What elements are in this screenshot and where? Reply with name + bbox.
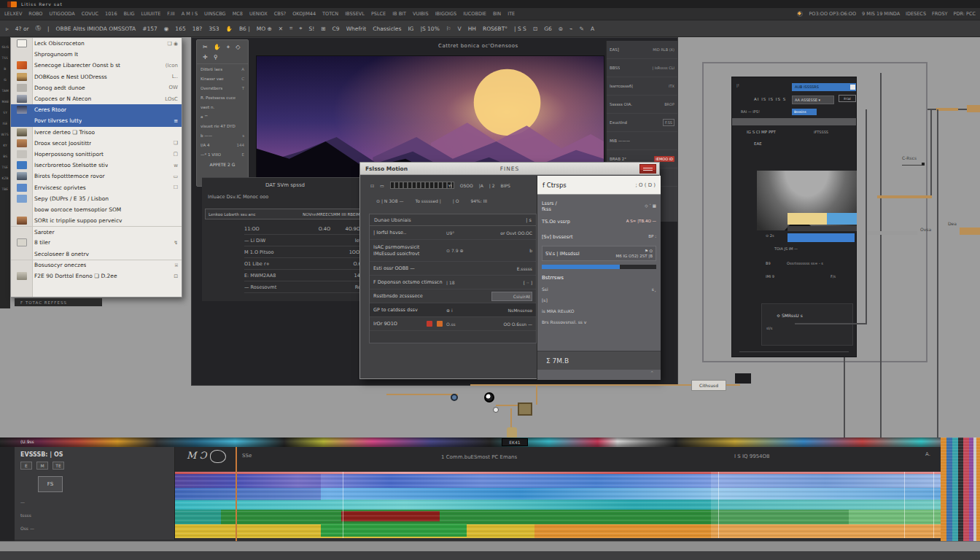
toolbar-button[interactable]: C9 (332, 26, 340, 32)
node-label[interactable]: Dea (948, 221, 957, 226)
toolbar-button[interactable]: | S S (514, 26, 526, 32)
dialog-field-row[interactable]: GP to catdsss dssv ⊕ i NsMnssnso (370, 303, 536, 317)
timeline-button[interactable]: M (36, 462, 48, 470)
toolbar-button[interactable]: V (458, 26, 462, 32)
menu-row[interactable]: Iverce derteo ❏ Trisoo (11, 127, 182, 138)
menu-row[interactable]: Ceres Rtoor (11, 104, 182, 115)
toolbar-button[interactable]: ⌁ (569, 26, 573, 32)
table-row[interactable]: 11:OO O.4O 4O.9OO (244, 223, 364, 235)
dialog-option[interactable]: | O (453, 198, 459, 203)
tool-row[interactable]: —* 1 VIIIO E (197, 149, 248, 159)
dock-item[interactable]: KY (3, 143, 7, 147)
tool-row[interactable]: vaet n. (197, 102, 248, 112)
menu-item[interactable]: UTIGOODA (49, 11, 74, 17)
property-row[interactable]: EAS] MID RLB (X) (607, 41, 677, 59)
side-row[interactable]: Lssrs / fkss ◇ ¯ ▦ (542, 198, 656, 214)
menu-row[interactable]: Bosusocyr oneczes ⌸ (11, 260, 182, 271)
timeline-playhead[interactable] (236, 447, 237, 541)
menu-item[interactable]: ITE (508, 11, 515, 17)
tool-row[interactable]: Ditteti laes A (197, 64, 248, 74)
tool-icon[interactable]: ✂ (203, 44, 208, 51)
table-row[interactable]: — Rosesovmt Reo (244, 281, 364, 293)
timeline-button[interactable]: E (20, 462, 32, 470)
dock-item[interactable]: ISE (2, 121, 7, 125)
property-row[interactable]: BBSS | IsRssss CLI (607, 59, 677, 77)
table-row[interactable]: M 1.O Pitsoo 1OO.7 (244, 246, 364, 258)
dialog-field-row[interactable]: Rsstbnsdo zcssssece CsiuirAt (370, 289, 536, 303)
toolbar-button[interactable]: B6 | (239, 26, 250, 32)
toolbar-button[interactable]: IG (408, 26, 413, 32)
side-section-row[interactable]: Brs Rsssovsrssl. ss v (542, 316, 656, 327)
color-split-bar[interactable] (788, 213, 857, 225)
menu-row[interactable]: DOBKoos e Nest UODresss L.. (11, 71, 182, 82)
tool-row[interactable]: b —— s (197, 131, 248, 140)
track-label[interactable]: tssss (20, 513, 34, 518)
dock-item[interactable]: BS (3, 154, 7, 158)
menu-row[interactable]: Senecoge Libarecter Oonst b st (lcon (11, 60, 182, 71)
side-section-row[interactable]: Ssi s¸ (542, 284, 656, 295)
menu-row[interactable]: Hoperpossong sonittiport ▢ (11, 149, 182, 160)
dock-item[interactable]: TBE (2, 187, 9, 190)
node-label[interactable]: Ovsa (920, 227, 931, 232)
menu-item[interactable]: MC8 (233, 11, 243, 17)
menu-row[interactable]: Donog aedt dunoe OW (11, 82, 182, 93)
dock-item[interactable]: MAE (1, 99, 9, 103)
toolbar-button[interactable]: Chassicles (373, 26, 401, 32)
toolbar-button[interactable]: OBBE Altts IMIODA OMSSOTA (56, 26, 136, 32)
blue-layer-bar[interactable] (788, 233, 855, 242)
dock-item[interactable]: SY (3, 110, 7, 114)
dialog-option[interactable]: ⊙ | N 3O8 — (376, 198, 404, 203)
menu-item[interactable]: TOTCN (322, 11, 338, 17)
tool-icon[interactable]: ✛ (203, 54, 208, 61)
tool-icon[interactable]: ✋ (214, 44, 221, 51)
toolbar-button[interactable]: ⊡ (533, 26, 537, 32)
toolbar-button[interactable]: ▹ (6, 26, 9, 32)
menu-item[interactable]: PSLCE (371, 11, 386, 17)
node-connector[interactable] (960, 228, 980, 235)
dock-item[interactable]: TSS (2, 55, 8, 59)
panel-button[interactable]: Frial (839, 95, 856, 102)
toolbar-button[interactable]: |S 10% (420, 26, 439, 32)
tool-icon[interactable]: ⌖ (227, 44, 230, 51)
toolbar-button[interactable]: HH (468, 26, 476, 32)
menu-item[interactable]: A M I S (182, 11, 198, 17)
selected-layer-bar[interactable]: AUB ISSSSRS (792, 83, 856, 91)
dock-item[interactable]: TSE (2, 165, 8, 168)
layer-dropdown[interactable]: AA ASSESSE ▾ (792, 96, 834, 104)
menu-row[interactable]: 8 tiler ↯ (11, 237, 182, 248)
menu-row[interactable]: Copoces or N Atecon LOsC (11, 93, 182, 104)
menu-row[interactable]: Povr tilvrses lutty ≡ (11, 115, 182, 126)
node-connector[interactable] (967, 105, 980, 112)
playhead-marker[interactable]: EK41 (502, 438, 528, 446)
toolbar-button[interactable]: ⌖ (299, 25, 302, 32)
menu-item[interactable]: LUIUIITE (141, 11, 161, 17)
close-button[interactable] (639, 164, 656, 174)
toolbar-button[interactable]: Ⓢ (36, 25, 42, 32)
toolbar-button[interactable]: Whefrit (346, 26, 367, 32)
menu-item[interactable]: COVUC (82, 11, 98, 17)
node-dot[interactable] (922, 163, 925, 166)
dock-item[interactable]: GLG (1, 44, 8, 48)
dialog-field-row[interactable]: IrOr 9O1O O.ss OO O.6ssn — (370, 317, 536, 331)
dialog-field-row[interactable]: | Iorfsl hsvse.. U9° or Osvt OO.OC (370, 226, 536, 240)
menu-status-item[interactable]: FROSY (932, 11, 947, 17)
table-row[interactable]: O1 Libe r+ O.6s (244, 258, 364, 270)
node-box[interactable] (518, 402, 532, 416)
toolbar-button[interactable]: ⚐ (446, 26, 451, 32)
timeline-mode-box[interactable]: FS (38, 476, 63, 492)
panel-handle[interactable] (735, 373, 751, 384)
menu-row[interactable]: Secoloseer 8 onetrv (11, 249, 182, 260)
menu-item[interactable]: UINSCBG (204, 11, 226, 17)
toolbar-button[interactable]: ✎ (580, 26, 584, 32)
side-section-row[interactable]: is MRA REssKO (542, 306, 656, 316)
report-block[interactable]: ≎ SMRssU s sI/s (761, 303, 853, 346)
dialog-toolbar-item[interactable]: BIPS (501, 183, 510, 188)
toolbar-button[interactable]: ROS6BT° (483, 26, 508, 32)
timeline-button[interactable]: TE (52, 462, 64, 470)
tool-row[interactable]: Overstbers T (197, 83, 248, 93)
dialog-field-row[interactable]: F Doponssn octsmo ctimsscn | 18 [ ·· ] (370, 276, 536, 289)
node-label[interactable]: C-Rscs (902, 155, 917, 160)
menu-row[interactable]: Saroter (11, 226, 182, 237)
menu-row[interactable]: Errviscesc oprivtes ☐ (11, 182, 182, 192)
table-row[interactable]: E: MWM2AA8 14O (244, 270, 364, 281)
